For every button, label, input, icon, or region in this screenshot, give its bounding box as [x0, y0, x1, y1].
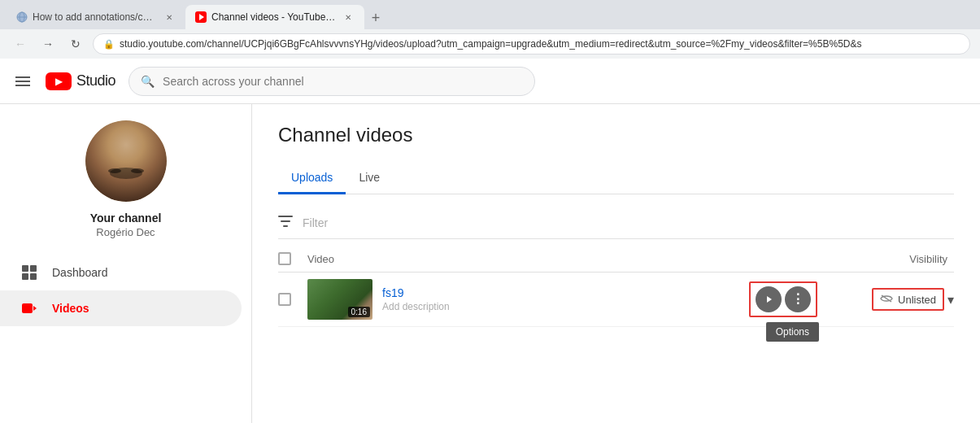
svg-rect-6 [30, 265, 37, 272]
row-check [278, 293, 307, 306]
svg-rect-8 [30, 273, 37, 280]
video-title[interactable]: fs19 [382, 286, 749, 299]
row-checkbox[interactable] [278, 293, 291, 306]
logo[interactable]: Studio [46, 72, 115, 90]
content-area: Channel videos Uploads Live Filter [252, 104, 980, 423]
tab1-title: How to add annotations/cards/e [33, 11, 158, 23]
back-button[interactable]: ← [10, 33, 31, 55]
svg-marker-10 [33, 306, 37, 311]
tab2-favicon [195, 11, 207, 23]
lock-icon: 🔒 [103, 39, 115, 50]
avatar-image [85, 120, 167, 202]
filter-row: Filter [278, 207, 954, 239]
table-header: Video Visibility [278, 246, 954, 273]
channel-name: Your channel [90, 212, 162, 225]
main-content: Your channel Rogério Dec Dashboard [0, 104, 980, 423]
tab2-title: Channel videos - YouTube Studio [211, 11, 337, 23]
options-tooltip: Options [766, 322, 819, 342]
nav-bar: ← → ↻ 🔒 studio.youtube.com/channel/UCPjq… [0, 29, 980, 59]
table-row: 0:16 fs19 Add description ⋮ Options [278, 273, 954, 327]
svg-rect-11 [278, 216, 293, 217]
app: Studio 🔍 Your channel Rogério Dec [0, 59, 980, 423]
tab1-close[interactable]: ✕ [163, 11, 176, 24]
avatar [85, 120, 167, 202]
svg-rect-9 [22, 303, 33, 313]
select-all-checkbox[interactable] [278, 252, 291, 265]
filter-icon [278, 216, 293, 230]
sidebar-item-videos[interactable]: Videos [0, 290, 242, 326]
sidebar-item-dashboard-label: Dashboard [52, 266, 108, 279]
more-options-button[interactable]: ⋮ [785, 286, 811, 312]
thumb-duration: 0:16 [348, 307, 370, 317]
visibility-label: Unlisted [898, 294, 936, 306]
visibility-icon [880, 293, 893, 306]
browser-tab-1[interactable]: How to add annotations/cards/e ✕ [7, 5, 185, 29]
videos-table: Video Visibility 0:16 fs19 Add descripti… [278, 246, 954, 327]
sidebar-item-videos-label: Videos [52, 302, 89, 315]
browser-tab-2[interactable]: Channel videos - YouTube Studio ✕ [185, 5, 364, 29]
browser-chrome: How to add annotations/cards/e ✕ Channel… [0, 0, 980, 59]
video-info: fs19 Add description [382, 286, 749, 312]
address-bar[interactable]: 🔒 studio.youtube.com/channel/UCPjqi6GBgF… [93, 33, 970, 55]
tab-bar: How to add annotations/cards/e ✕ Channel… [0, 0, 980, 29]
address-text: studio.youtube.com/channel/UCPjqi6GBgFcA… [120, 38, 861, 50]
svg-rect-5 [22, 265, 28, 272]
header-video: Video [307, 253, 824, 265]
sidebar: Your channel Rogério Dec Dashboard [0, 104, 252, 423]
search-bar[interactable]: 🔍 [128, 67, 535, 96]
visibility-dropdown-button[interactable]: ▾ [947, 292, 954, 307]
channel-handle: Rogério Dec [96, 226, 155, 238]
visibility-cell: Unlisted ▾ [824, 288, 954, 311]
content-tabs: Uploads Live [278, 163, 954, 194]
svg-rect-12 [281, 220, 290, 222]
youtube-icon [46, 72, 72, 90]
video-description: Add description [382, 301, 749, 312]
page-title: Channel videos [278, 124, 954, 146]
sidebar-item-dashboard[interactable]: Dashboard [0, 255, 242, 290]
header-visibility: Visibility [824, 253, 954, 265]
filter-placeholder: Filter [303, 216, 328, 229]
forward-button[interactable]: → [37, 33, 59, 55]
tab-live[interactable]: Live [346, 163, 393, 194]
videos-icon [20, 300, 39, 316]
tab2-close[interactable]: ✕ [342, 11, 355, 24]
dashboard-icon [20, 264, 39, 281]
refresh-button[interactable]: ↻ [65, 33, 86, 55]
logo-text: Studio [76, 72, 115, 89]
search-icon: 🔍 [141, 75, 155, 88]
sidebar-nav: Dashboard Videos [0, 255, 251, 326]
menu-button[interactable] [13, 72, 33, 91]
svg-rect-13 [283, 225, 288, 227]
new-tab-button[interactable]: + [364, 7, 387, 29]
tab1-favicon [16, 11, 28, 23]
topbar: Studio 🔍 [0, 59, 980, 104]
search-input[interactable] [163, 75, 523, 88]
tab-uploads[interactable]: Uploads [278, 163, 346, 194]
header-check [278, 252, 307, 265]
svg-rect-7 [22, 273, 28, 280]
video-thumbnail: 0:16 [307, 279, 372, 320]
visibility-badge: Unlisted [872, 288, 944, 311]
watch-on-youtube-button[interactable] [756, 286, 782, 312]
video-actions: ⋮ Options [749, 281, 817, 317]
